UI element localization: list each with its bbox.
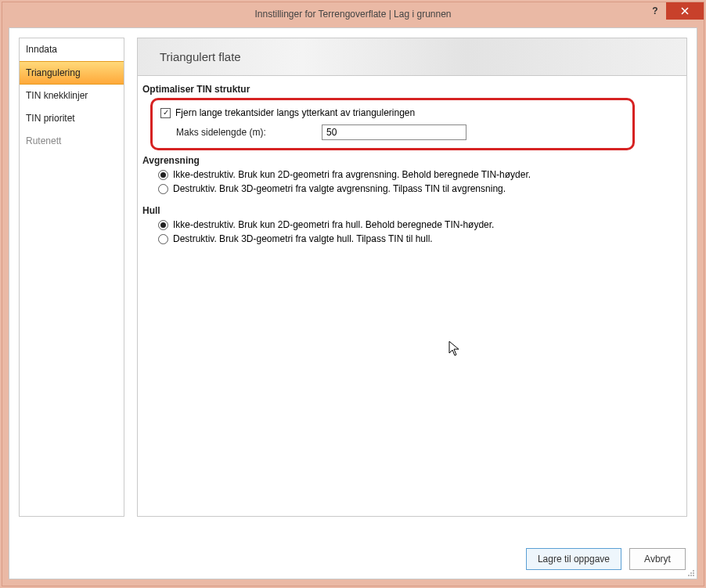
remove-long-edges-label: Fjern lange trekantsider langs ytterkant… <box>175 107 415 118</box>
remove-long-edges-checkbox[interactable] <box>160 108 171 118</box>
main-heading: Triangulert flate <box>138 38 686 76</box>
footer: Lagre til oppgave Avbryt <box>9 539 697 579</box>
sidebar-item-label: Inndata <box>26 44 57 55</box>
sidebar-item-label: Triangulering <box>26 67 81 78</box>
svg-point-3 <box>690 572 692 574</box>
svg-point-2 <box>693 575 694 576</box>
main-panel: Triangulert flate Optimaliser TIN strukt… <box>137 38 687 517</box>
hole-option-a-radio[interactable] <box>158 220 168 230</box>
sidebar: Inndata Triangulering TIN knekklinjer TI… <box>19 38 124 517</box>
limitation-option-a-radio[interactable] <box>158 170 168 180</box>
sidebar-item-label: Rutenett <box>26 135 61 146</box>
limitation-option-b-label: Destruktiv. Bruk 3D-geometri fra valgte … <box>173 183 506 194</box>
limitation-option-a-label: Ikke-destruktiv. Bruk kun 2D-geometri fr… <box>173 169 531 180</box>
resize-grip-icon[interactable] <box>686 568 695 577</box>
limitation-option-b-radio[interactable] <box>158 184 168 194</box>
section-title-limitation: Avgrensning <box>142 155 682 166</box>
max-side-input[interactable] <box>322 124 466 140</box>
svg-point-0 <box>693 570 694 572</box>
section-title-optimize: Optimaliser TIN struktur <box>142 84 682 95</box>
close-button[interactable] <box>666 2 704 20</box>
titlebar: Innstillinger for Terrengoverflate | Lag… <box>2 2 704 26</box>
help-button[interactable]: ? <box>644 2 666 20</box>
sidebar-item-label: TIN knekklinjer <box>26 90 88 101</box>
close-icon <box>681 7 689 15</box>
hole-option-a-label: Ikke-destruktiv. Bruk kun 2D-geometri fr… <box>173 219 494 230</box>
sidebar-item-triangulering[interactable]: Triangulering <box>20 61 124 85</box>
window-title: Innstillinger for Terrengoverflate | Lag… <box>254 9 451 20</box>
svg-point-5 <box>688 575 690 576</box>
section-title-hole: Hull <box>142 205 682 216</box>
hole-option-b-label: Destruktiv. Bruk 3D-geometri fra valgte … <box>173 233 433 244</box>
sidebar-item-tin-knekklinjer[interactable]: TIN knekklinjer <box>20 85 124 107</box>
sidebar-item-label: TIN prioritet <box>26 113 75 124</box>
max-side-label: Maks sidelengde (m): <box>160 127 317 138</box>
hole-option-b-radio[interactable] <box>158 234 168 244</box>
highlighted-region: Fjern lange trekantsider langs ytterkant… <box>150 98 635 150</box>
sidebar-item-rutenett[interactable]: Rutenett <box>20 130 124 153</box>
svg-point-4 <box>690 575 692 576</box>
svg-point-1 <box>693 572 694 574</box>
sidebar-item-inndata[interactable]: Inndata <box>20 38 124 61</box>
sidebar-item-tin-prioritet[interactable]: TIN prioritet <box>20 107 124 130</box>
cancel-button[interactable]: Avbryt <box>629 548 686 570</box>
save-button[interactable]: Lagre til oppgave <box>526 548 621 570</box>
